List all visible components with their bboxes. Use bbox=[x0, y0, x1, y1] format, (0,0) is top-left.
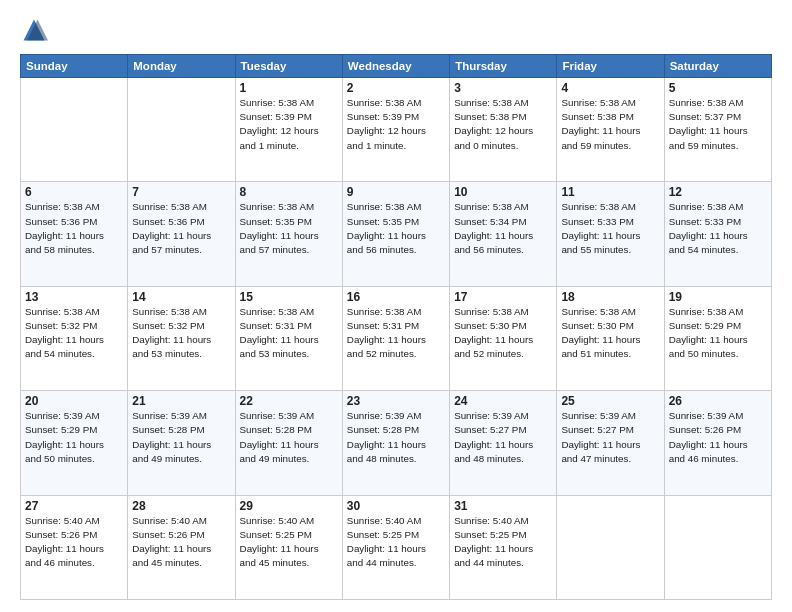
day-number: 17 bbox=[454, 290, 552, 304]
calendar-cell: 1Sunrise: 5:38 AM Sunset: 5:39 PM Daylig… bbox=[235, 78, 342, 182]
day-info: Sunrise: 5:38 AM Sunset: 5:37 PM Dayligh… bbox=[669, 96, 767, 153]
day-info: Sunrise: 5:38 AM Sunset: 5:38 PM Dayligh… bbox=[454, 96, 552, 153]
calendar-cell: 25Sunrise: 5:39 AM Sunset: 5:27 PM Dayli… bbox=[557, 391, 664, 495]
day-info: Sunrise: 5:38 AM Sunset: 5:32 PM Dayligh… bbox=[25, 305, 123, 362]
weekday-header-sunday: Sunday bbox=[21, 55, 128, 78]
day-number: 13 bbox=[25, 290, 123, 304]
page: SundayMondayTuesdayWednesdayThursdayFrid… bbox=[0, 0, 792, 612]
weekday-header-monday: Monday bbox=[128, 55, 235, 78]
day-info: Sunrise: 5:40 AM Sunset: 5:26 PM Dayligh… bbox=[132, 514, 230, 571]
day-info: Sunrise: 5:38 AM Sunset: 5:30 PM Dayligh… bbox=[561, 305, 659, 362]
day-number: 30 bbox=[347, 499, 445, 513]
day-number: 5 bbox=[669, 81, 767, 95]
day-info: Sunrise: 5:40 AM Sunset: 5:25 PM Dayligh… bbox=[240, 514, 338, 571]
day-number: 11 bbox=[561, 185, 659, 199]
calendar-cell: 13Sunrise: 5:38 AM Sunset: 5:32 PM Dayli… bbox=[21, 286, 128, 390]
weekday-header-row: SundayMondayTuesdayWednesdayThursdayFrid… bbox=[21, 55, 772, 78]
day-number: 21 bbox=[132, 394, 230, 408]
day-info: Sunrise: 5:39 AM Sunset: 5:28 PM Dayligh… bbox=[240, 409, 338, 466]
calendar-cell: 8Sunrise: 5:38 AM Sunset: 5:35 PM Daylig… bbox=[235, 182, 342, 286]
day-info: Sunrise: 5:38 AM Sunset: 5:33 PM Dayligh… bbox=[669, 200, 767, 257]
day-info: Sunrise: 5:39 AM Sunset: 5:29 PM Dayligh… bbox=[25, 409, 123, 466]
day-number: 22 bbox=[240, 394, 338, 408]
calendar-cell: 19Sunrise: 5:38 AM Sunset: 5:29 PM Dayli… bbox=[664, 286, 771, 390]
calendar-cell bbox=[21, 78, 128, 182]
day-info: Sunrise: 5:39 AM Sunset: 5:28 PM Dayligh… bbox=[132, 409, 230, 466]
calendar-cell: 2Sunrise: 5:38 AM Sunset: 5:39 PM Daylig… bbox=[342, 78, 449, 182]
day-number: 7 bbox=[132, 185, 230, 199]
day-number: 29 bbox=[240, 499, 338, 513]
calendar-cell: 5Sunrise: 5:38 AM Sunset: 5:37 PM Daylig… bbox=[664, 78, 771, 182]
day-info: Sunrise: 5:39 AM Sunset: 5:28 PM Dayligh… bbox=[347, 409, 445, 466]
calendar-cell: 21Sunrise: 5:39 AM Sunset: 5:28 PM Dayli… bbox=[128, 391, 235, 495]
calendar-cell: 23Sunrise: 5:39 AM Sunset: 5:28 PM Dayli… bbox=[342, 391, 449, 495]
day-info: Sunrise: 5:39 AM Sunset: 5:27 PM Dayligh… bbox=[454, 409, 552, 466]
day-number: 2 bbox=[347, 81, 445, 95]
day-info: Sunrise: 5:38 AM Sunset: 5:39 PM Dayligh… bbox=[347, 96, 445, 153]
day-info: Sunrise: 5:38 AM Sunset: 5:35 PM Dayligh… bbox=[347, 200, 445, 257]
day-number: 6 bbox=[25, 185, 123, 199]
calendar-cell: 10Sunrise: 5:38 AM Sunset: 5:34 PM Dayli… bbox=[450, 182, 557, 286]
day-number: 4 bbox=[561, 81, 659, 95]
day-number: 1 bbox=[240, 81, 338, 95]
day-info: Sunrise: 5:38 AM Sunset: 5:32 PM Dayligh… bbox=[132, 305, 230, 362]
weekday-header-thursday: Thursday bbox=[450, 55, 557, 78]
calendar-week-5: 27Sunrise: 5:40 AM Sunset: 5:26 PM Dayli… bbox=[21, 495, 772, 599]
weekday-header-wednesday: Wednesday bbox=[342, 55, 449, 78]
logo-icon bbox=[20, 16, 48, 44]
calendar-cell bbox=[664, 495, 771, 599]
calendar-cell: 16Sunrise: 5:38 AM Sunset: 5:31 PM Dayli… bbox=[342, 286, 449, 390]
day-info: Sunrise: 5:38 AM Sunset: 5:36 PM Dayligh… bbox=[25, 200, 123, 257]
day-info: Sunrise: 5:38 AM Sunset: 5:31 PM Dayligh… bbox=[240, 305, 338, 362]
calendar-table: SundayMondayTuesdayWednesdayThursdayFrid… bbox=[20, 54, 772, 600]
day-info: Sunrise: 5:38 AM Sunset: 5:33 PM Dayligh… bbox=[561, 200, 659, 257]
day-info: Sunrise: 5:38 AM Sunset: 5:35 PM Dayligh… bbox=[240, 200, 338, 257]
calendar-cell: 4Sunrise: 5:38 AM Sunset: 5:38 PM Daylig… bbox=[557, 78, 664, 182]
calendar-cell: 17Sunrise: 5:38 AM Sunset: 5:30 PM Dayli… bbox=[450, 286, 557, 390]
day-info: Sunrise: 5:38 AM Sunset: 5:36 PM Dayligh… bbox=[132, 200, 230, 257]
calendar-week-2: 6Sunrise: 5:38 AM Sunset: 5:36 PM Daylig… bbox=[21, 182, 772, 286]
day-number: 16 bbox=[347, 290, 445, 304]
day-info: Sunrise: 5:38 AM Sunset: 5:39 PM Dayligh… bbox=[240, 96, 338, 153]
day-number: 25 bbox=[561, 394, 659, 408]
header bbox=[20, 16, 772, 44]
calendar-cell: 27Sunrise: 5:40 AM Sunset: 5:26 PM Dayli… bbox=[21, 495, 128, 599]
day-number: 19 bbox=[669, 290, 767, 304]
calendar-cell: 7Sunrise: 5:38 AM Sunset: 5:36 PM Daylig… bbox=[128, 182, 235, 286]
calendar-cell: 14Sunrise: 5:38 AM Sunset: 5:32 PM Dayli… bbox=[128, 286, 235, 390]
logo bbox=[20, 16, 52, 44]
day-number: 26 bbox=[669, 394, 767, 408]
day-info: Sunrise: 5:39 AM Sunset: 5:26 PM Dayligh… bbox=[669, 409, 767, 466]
day-info: Sunrise: 5:38 AM Sunset: 5:34 PM Dayligh… bbox=[454, 200, 552, 257]
calendar-week-3: 13Sunrise: 5:38 AM Sunset: 5:32 PM Dayli… bbox=[21, 286, 772, 390]
calendar-cell: 30Sunrise: 5:40 AM Sunset: 5:25 PM Dayli… bbox=[342, 495, 449, 599]
calendar-cell: 22Sunrise: 5:39 AM Sunset: 5:28 PM Dayli… bbox=[235, 391, 342, 495]
weekday-header-tuesday: Tuesday bbox=[235, 55, 342, 78]
weekday-header-friday: Friday bbox=[557, 55, 664, 78]
calendar-cell: 6Sunrise: 5:38 AM Sunset: 5:36 PM Daylig… bbox=[21, 182, 128, 286]
day-info: Sunrise: 5:38 AM Sunset: 5:31 PM Dayligh… bbox=[347, 305, 445, 362]
calendar-cell: 31Sunrise: 5:40 AM Sunset: 5:25 PM Dayli… bbox=[450, 495, 557, 599]
day-number: 8 bbox=[240, 185, 338, 199]
calendar-cell bbox=[557, 495, 664, 599]
day-number: 18 bbox=[561, 290, 659, 304]
day-number: 28 bbox=[132, 499, 230, 513]
day-info: Sunrise: 5:40 AM Sunset: 5:26 PM Dayligh… bbox=[25, 514, 123, 571]
calendar-cell: 9Sunrise: 5:38 AM Sunset: 5:35 PM Daylig… bbox=[342, 182, 449, 286]
day-info: Sunrise: 5:40 AM Sunset: 5:25 PM Dayligh… bbox=[347, 514, 445, 571]
day-info: Sunrise: 5:38 AM Sunset: 5:38 PM Dayligh… bbox=[561, 96, 659, 153]
day-number: 12 bbox=[669, 185, 767, 199]
day-number: 3 bbox=[454, 81, 552, 95]
calendar-cell: 12Sunrise: 5:38 AM Sunset: 5:33 PM Dayli… bbox=[664, 182, 771, 286]
day-number: 15 bbox=[240, 290, 338, 304]
weekday-header-saturday: Saturday bbox=[664, 55, 771, 78]
day-number: 9 bbox=[347, 185, 445, 199]
calendar-cell: 26Sunrise: 5:39 AM Sunset: 5:26 PM Dayli… bbox=[664, 391, 771, 495]
day-number: 14 bbox=[132, 290, 230, 304]
calendar-cell: 11Sunrise: 5:38 AM Sunset: 5:33 PM Dayli… bbox=[557, 182, 664, 286]
calendar-cell: 20Sunrise: 5:39 AM Sunset: 5:29 PM Dayli… bbox=[21, 391, 128, 495]
calendar-cell bbox=[128, 78, 235, 182]
day-info: Sunrise: 5:38 AM Sunset: 5:30 PM Dayligh… bbox=[454, 305, 552, 362]
day-info: Sunrise: 5:39 AM Sunset: 5:27 PM Dayligh… bbox=[561, 409, 659, 466]
day-number: 20 bbox=[25, 394, 123, 408]
